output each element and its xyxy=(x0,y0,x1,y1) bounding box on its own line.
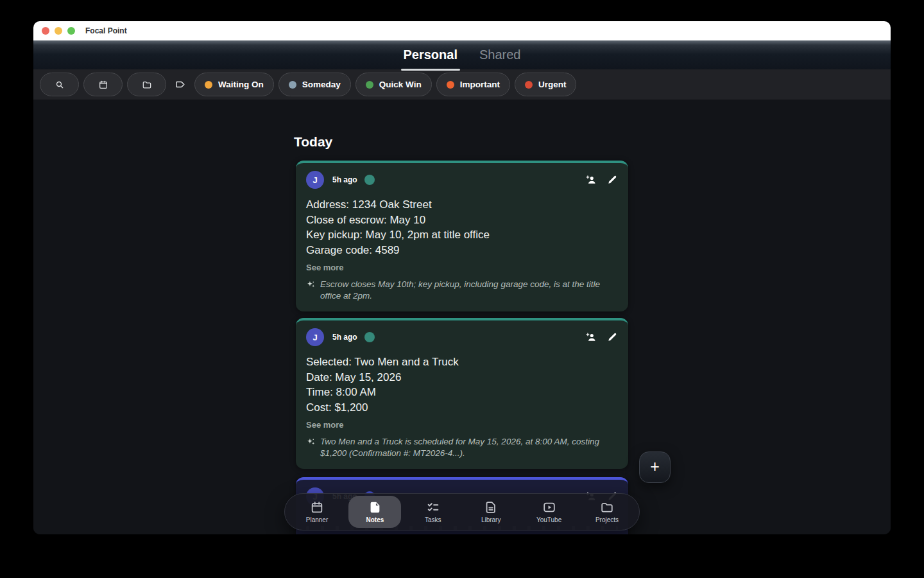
ai-summary-text: Two Men and a Truck is scheduled for May… xyxy=(320,436,614,459)
avatar: J xyxy=(306,328,324,346)
note-card-header: J5h ago xyxy=(306,328,618,346)
calendar-button[interactable] xyxy=(83,73,123,96)
pencil-icon xyxy=(606,331,618,343)
window-title: Focal Point xyxy=(85,26,127,35)
notes-list: J5h agoAddress: 1234 Oak StreetClose of … xyxy=(296,161,628,534)
note-color-dot xyxy=(364,175,375,185)
zoom-button[interactable] xyxy=(67,27,75,35)
search-icon xyxy=(55,80,65,90)
filter-color-dot xyxy=(205,81,212,89)
filter-pill-someday[interactable]: Someday xyxy=(278,73,351,96)
sparkle-icon xyxy=(306,437,316,446)
tab-library[interactable]: Library xyxy=(465,496,517,528)
note-body: Address: 1234 Oak StreetClose of escrow:… xyxy=(306,197,618,258)
sparkle-icon xyxy=(306,279,316,289)
note-line: Cost: $1,200 xyxy=(306,400,618,416)
tab-tasks[interactable]: Tasks xyxy=(407,496,459,528)
share-note-button[interactable] xyxy=(585,174,597,186)
note-actions xyxy=(585,174,618,186)
person-add-icon xyxy=(585,331,597,343)
see-more-link[interactable]: See more xyxy=(306,263,344,272)
filter-color-dot xyxy=(366,81,373,89)
filter-pill-waiting-on[interactable]: Waiting On xyxy=(194,73,274,96)
note-actions xyxy=(585,331,618,343)
ai-summary: Two Men and a Truck is scheduled for May… xyxy=(306,436,618,459)
pencil-icon xyxy=(606,174,618,186)
ai-summary-text: Escrow closes May 10th; key pickup, incl… xyxy=(320,279,614,301)
filter-color-dot xyxy=(289,81,296,89)
note-line: Selected: Two Men and a Truck xyxy=(306,355,618,370)
filter-pill-important[interactable]: Important xyxy=(436,73,510,96)
tab-label: Planner xyxy=(306,516,328,523)
checklist-icon xyxy=(426,500,440,514)
filter-label: Waiting On xyxy=(218,80,264,89)
content-area: Today J5h agoAddress: 1234 Oak StreetClo… xyxy=(33,100,891,534)
note-line: Key pickup: May 10, 2pm at title office xyxy=(306,227,618,243)
note-color-dot xyxy=(364,332,375,342)
note-line: Close of escrow: May 10 xyxy=(306,213,618,228)
top-nav: PersonalShared xyxy=(33,40,891,69)
tab-label: YouTube xyxy=(536,516,561,523)
app-window: Focal Point PersonalShared Waiting OnSom… xyxy=(33,21,891,534)
filter-pill-quick-win[interactable]: Quick Win xyxy=(355,73,432,96)
person-add-icon xyxy=(585,174,597,186)
calendar-icon xyxy=(98,80,108,90)
filter-label: Quick Win xyxy=(379,80,422,89)
tab-label: Library xyxy=(481,516,501,523)
bottom-tab-bar: PlannerNotesTasksLibraryYouTubeProjects xyxy=(284,493,640,530)
note-line: Date: May 15, 2026 xyxy=(306,370,618,385)
note-card-header: J5h ago xyxy=(306,171,618,189)
share-note-button[interactable] xyxy=(585,331,597,343)
note-line: Time: 8:00 AM xyxy=(306,385,618,400)
filter-pill-urgent[interactable]: Urgent xyxy=(515,73,577,96)
youtube-icon xyxy=(542,500,556,514)
see-more-link[interactable]: See more xyxy=(306,420,344,430)
filter-color-dot xyxy=(525,81,533,89)
tab-shared[interactable]: Shared xyxy=(478,46,522,64)
note-line: Address: 1234 Oak Street xyxy=(306,197,618,213)
tab-notes[interactable]: Notes xyxy=(348,496,401,528)
tab-planner[interactable]: Planner xyxy=(291,496,343,528)
note-timestamp: 5h ago xyxy=(332,175,357,184)
tag-button[interactable] xyxy=(171,73,190,96)
tab-projects[interactable]: Projects xyxy=(581,496,633,528)
note-card[interactable]: J5h agoSelected: Two Men and a TruckDate… xyxy=(296,318,628,469)
note-timestamp: 5h ago xyxy=(332,333,357,342)
edit-note-button[interactable] xyxy=(606,331,618,343)
calendar-icon xyxy=(310,500,324,514)
note-card[interactable]: J5h agoAddress: 1234 Oak StreetClose of … xyxy=(296,161,628,311)
folder-icon xyxy=(142,80,152,90)
filter-color-dot xyxy=(447,81,454,89)
tab-label: Projects xyxy=(595,516,619,523)
toolbar: Waiting OnSomedayQuick WinImportantUrgen… xyxy=(33,69,891,100)
ai-summary: Escrow closes May 10th; key pickup, incl… xyxy=(306,279,618,301)
filter-label: Someday xyxy=(302,80,341,89)
edit-note-button[interactable] xyxy=(606,174,618,186)
close-button[interactable] xyxy=(42,27,49,35)
note-icon xyxy=(368,500,382,514)
search-button[interactable] xyxy=(40,73,79,96)
folder-button[interactable] xyxy=(127,73,166,96)
traffic-lights xyxy=(42,27,75,35)
tab-personal[interactable]: Personal xyxy=(402,46,459,64)
tab-label: Tasks xyxy=(425,516,441,523)
document-icon xyxy=(484,500,498,514)
tab-youtube[interactable]: YouTube xyxy=(523,496,576,528)
note-line: Garage code: 4589 xyxy=(306,243,618,258)
folder-icon xyxy=(600,500,614,514)
add-note-button[interactable]: + xyxy=(639,451,671,483)
title-bar: Focal Point xyxy=(33,21,891,40)
note-body: Selected: Two Men and a TruckDate: May 1… xyxy=(306,355,618,415)
tab-label: Notes xyxy=(366,516,384,523)
section-title: Today xyxy=(294,134,332,150)
filter-label: Important xyxy=(460,80,500,89)
minimize-button[interactable] xyxy=(55,27,62,35)
avatar: J xyxy=(306,171,324,189)
tag-icon xyxy=(175,78,187,91)
filter-label: Urgent xyxy=(538,80,567,89)
